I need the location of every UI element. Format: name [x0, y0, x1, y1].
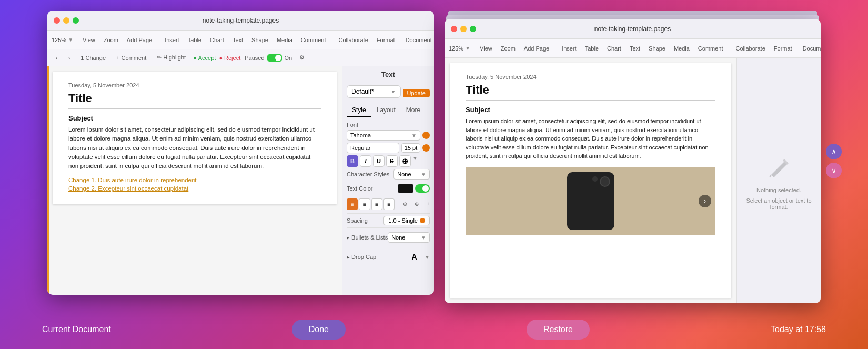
change-indicator-bar [47, 66, 49, 295]
minimize-icon-right[interactable] [460, 26, 467, 32]
font-name-select[interactable]: Tahoma ▼ [347, 130, 420, 141]
camera-lens-2 [592, 176, 598, 182]
align-justify-btn[interactable]: ≡ [383, 198, 395, 210]
left-window: note-taking-template.pages 125% ▼ View Z… [47, 11, 434, 295]
nav-up-btn[interactable]: ∧ [826, 144, 842, 159]
font-size-input[interactable]: 15 pt [401, 143, 420, 153]
toolbar-chart[interactable]: Chart [207, 36, 227, 44]
paused-toggle[interactable]: Paused On [245, 54, 292, 62]
zoom-value: 125% [52, 37, 66, 43]
right-toolbar-zoom[interactable]: Zoom [498, 44, 519, 53]
font-style-select[interactable]: Regular [347, 143, 399, 153]
toolbar-view[interactable]: View [79, 36, 98, 44]
change-item-2: Change 2. Excepteur sint occaecat cupida… [68, 185, 321, 192]
toolbar-collaborate[interactable]: Collaborate [336, 36, 371, 44]
text-color-swatch[interactable] [398, 184, 413, 193]
font-name-row: Tahoma ▼ [347, 130, 430, 141]
forward-btn[interactable]: › [65, 54, 74, 62]
toolbar-comment[interactable]: Comment [298, 36, 329, 44]
update-btn[interactable]: Update [403, 89, 430, 97]
right-toolbar-media[interactable]: Media [671, 44, 693, 53]
right-toolbar-text[interactable]: Text [627, 44, 643, 53]
doc-title-right: Title [466, 83, 715, 101]
align-center-btn[interactable]: ≡ [359, 198, 370, 210]
phone-image: › [466, 167, 715, 235]
right-toolbar-view[interactable]: View [477, 44, 496, 53]
drop-cap-icon[interactable]: A ≡ ▼ [412, 253, 430, 261]
back-btn[interactable]: ‹ [53, 54, 61, 62]
spacing-value[interactable]: 1.0 - Single [383, 216, 430, 225]
tab-layout[interactable]: Layout [371, 104, 401, 117]
italic-btn[interactable]: I [360, 155, 371, 167]
windows-area: note-taking-template.pages 125% ▼ View Z… [0, 0, 868, 310]
tab-more[interactable]: More [401, 104, 426, 117]
reject-btn[interactable]: ● Reject [219, 55, 240, 61]
add-comment-btn[interactable]: + Comment [113, 54, 149, 62]
toolbar-document[interactable]: Document [402, 36, 434, 44]
list-btn[interactable]: ≡+ [423, 198, 430, 210]
divider-3 [347, 248, 430, 248]
done-button[interactable]: Done [292, 320, 346, 340]
maximize-icon[interactable] [73, 17, 79, 24]
char-styles-select[interactable]: None ▼ [393, 169, 430, 180]
underline-btn[interactable]: U [373, 155, 385, 167]
drop-cap-row: ▸ Drop Cap A ≡ ▼ [347, 251, 430, 263]
zoom-value-right: 125% [449, 45, 463, 52]
align-right-btn[interactable]: ≡ [371, 198, 382, 210]
nothing-selected-text: Nothing selected. [756, 187, 801, 193]
minimize-icon[interactable] [63, 17, 69, 24]
right-format-panel: Nothing selected. Select an object or te… [736, 58, 821, 303]
nav-down-btn[interactable]: ∨ [826, 163, 842, 178]
right-toolbar-comment[interactable]: Comment [695, 44, 726, 53]
right-toolbar-document[interactable]: Document [800, 44, 821, 53]
toolbar-media[interactable]: Media [274, 36, 296, 44]
bullets-row: ▸ Bullets & Lists None ▼ [347, 230, 430, 245]
font-section-title: Font [347, 122, 430, 128]
settings-btn[interactable]: ⚙ [296, 53, 308, 62]
change-count: 1 Change [77, 54, 109, 62]
close-icon-right[interactable] [451, 26, 457, 32]
right-toolbar-shape[interactable]: Shape [645, 44, 669, 53]
right-toolbar-table[interactable]: Table [582, 44, 602, 53]
close-icon[interactable] [54, 17, 60, 24]
indent-increase-btn[interactable]: ⊕ [411, 198, 422, 209]
maximize-icon-right[interactable] [470, 26, 476, 32]
toolbar-table[interactable]: Table [185, 36, 205, 44]
image-next-btn[interactable]: › [699, 195, 711, 207]
more-format-btn[interactable]: ⊕ [399, 155, 411, 167]
toolbar-zoom[interactable]: Zoom [100, 36, 122, 44]
nav-buttons: ∧ ∨ [826, 144, 842, 178]
toolbar-add-page[interactable]: Add Page [124, 36, 155, 44]
right-toolbar-add-page[interactable]: Add Page [521, 44, 552, 53]
restore-button[interactable]: Restore [527, 320, 590, 340]
align-left-btn[interactable]: ≡ [347, 198, 358, 210]
right-toolbar-insert[interactable]: Insert [559, 44, 580, 53]
toolbar-shape[interactable]: Shape [248, 36, 271, 44]
tab-style[interactable]: Style [347, 104, 371, 117]
right-toolbar-format[interactable]: Format [771, 44, 795, 53]
indent-decrease-btn[interactable]: ⊖ [400, 198, 410, 209]
right-toolbar-chart[interactable]: Chart [604, 44, 624, 53]
zoom-control-right[interactable]: 125% ▼ [449, 45, 470, 52]
on-toggle[interactable] [267, 54, 282, 62]
text-color-label: Text Color [347, 185, 373, 192]
toolbar-text[interactable]: Text [229, 36, 246, 44]
font-style-row: Regular 15 pt [347, 143, 430, 153]
strikethrough-btn[interactable]: S [386, 155, 398, 167]
accept-btn[interactable]: ● Accept [193, 55, 216, 61]
spacing-indicator [420, 218, 425, 223]
accept-reject-controls: ● Accept ● Reject [193, 55, 240, 61]
zoom-control[interactable]: 125% ▼ [52, 37, 73, 43]
color-toggle[interactable] [415, 184, 430, 193]
highlight-btn[interactable]: ✏ Highlight [154, 53, 189, 62]
toolbar-insert[interactable]: Insert [162, 36, 183, 44]
style-dropdown[interactable]: Default* ▼ [347, 85, 401, 98]
divider-2 [347, 227, 430, 228]
bold-btn[interactable]: B [347, 155, 358, 167]
doc-title-left: Title [68, 92, 321, 109]
current-document-label: Current Document [42, 325, 111, 334]
right-toolbar-collaborate[interactable]: Collaborate [733, 44, 769, 53]
align-buttons: ≡ ≡ ≡ ≡ ⊖ ⊕ ≡+ [347, 198, 430, 210]
toolbar-format[interactable]: Format [374, 36, 398, 44]
bullets-select[interactable]: None ▼ [388, 232, 430, 243]
